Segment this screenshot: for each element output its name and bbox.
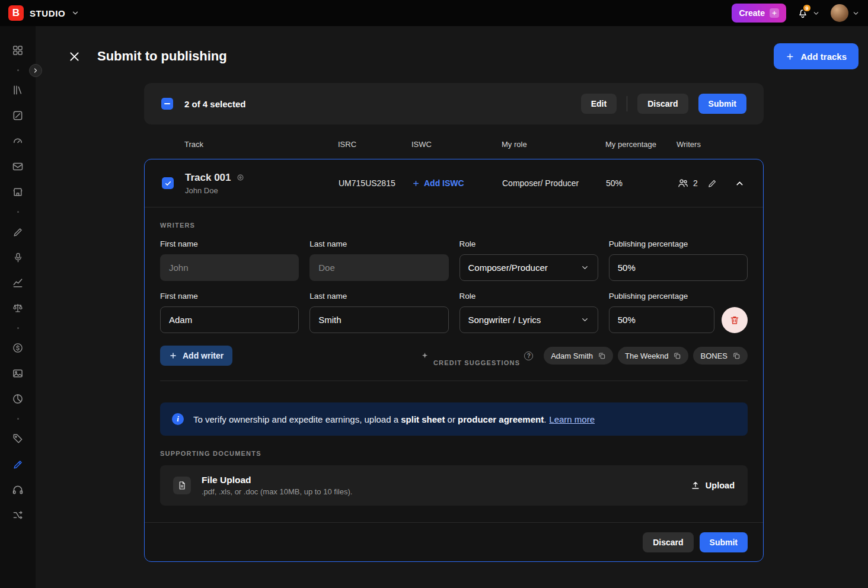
- footer-submit-button[interactable]: Submit: [700, 532, 748, 552]
- sidebar-item-releases[interactable]: [11, 432, 25, 445]
- writers-section-label: WRITERS: [160, 222, 748, 229]
- brand-logo-icon[interactable]: B: [8, 5, 24, 21]
- disc-icon: [236, 173, 245, 182]
- collapse-track-button[interactable]: [733, 177, 746, 190]
- edit-writers-button[interactable]: [706, 177, 719, 190]
- headphones-icon: [12, 484, 24, 496]
- sidebar-item-publishing[interactable]: [11, 458, 25, 471]
- info-banner: i To verify ownership and expedite earni…: [160, 402, 748, 436]
- info-icon: i: [172, 413, 184, 425]
- copy-icon: [598, 351, 606, 360]
- suggestion-chip[interactable]: BONES: [693, 347, 748, 365]
- profile-menu[interactable]: [831, 4, 860, 22]
- file-upload-subtitle: .pdf, .xls, or .doc (max 10MB, up to 10 …: [202, 487, 352, 496]
- writers-section: WRITERS First name Last name Role: [145, 222, 763, 506]
- sidebar-item-splitter[interactable]: [11, 509, 25, 522]
- track-artist: John Doe: [185, 186, 339, 195]
- bell-icon: 9: [797, 7, 809, 19]
- sidebar-item-insights[interactable]: [11, 392, 25, 405]
- add-iswc-button[interactable]: Add ISWC: [412, 178, 502, 188]
- track-role: Composer/ Producer: [502, 178, 606, 188]
- sidebar-item-library[interactable]: [11, 84, 25, 97]
- last-name-label: Last name: [309, 239, 448, 248]
- delete-writer-button[interactable]: [722, 307, 748, 333]
- sidebar-item-dashboard[interactable]: [11, 44, 25, 57]
- close-button[interactable]: [67, 49, 82, 64]
- trash-icon: [729, 315, 740, 325]
- suggestion-chip[interactable]: The Weeknd: [618, 347, 688, 365]
- sidebar-separator-dot: [17, 211, 19, 213]
- publishing-percentage-label: Publishing percentage: [609, 239, 748, 248]
- edit-icon: [12, 459, 24, 470]
- writer1-last-name-input[interactable]: [309, 254, 448, 281]
- learn-more-link[interactable]: Learn more: [549, 414, 595, 424]
- copy-icon: [673, 351, 681, 360]
- column-iswc: ISWC: [411, 140, 502, 149]
- page-title: Submit to publishing: [97, 49, 227, 64]
- track-isrc: UM715US2815: [339, 178, 412, 188]
- writer2-first-name-input[interactable]: [160, 306, 299, 333]
- supporting-documents-label: SUPPORTING DOCUMENTS: [160, 450, 748, 457]
- writer2-last-name-input[interactable]: [309, 306, 448, 333]
- plus-icon: [169, 351, 177, 360]
- brand-name: STUDIO: [30, 8, 65, 18]
- brand-chevron-down-icon[interactable]: [71, 9, 79, 17]
- sidebar-item-mastering[interactable]: [11, 483, 25, 496]
- sidebar: [0, 26, 36, 588]
- page-header: Submit to publishing Add tracks: [67, 41, 859, 71]
- main-content: Submit to publishing Add tracks 2 of 4 s…: [36, 26, 868, 588]
- close-icon: [68, 50, 81, 63]
- vertical-divider: [627, 96, 627, 111]
- select-all-checkbox[interactable]: [161, 98, 173, 110]
- topbar: B STUDIO Create 9: [0, 0, 868, 26]
- track-checkbox[interactable]: [162, 177, 174, 189]
- discard-selection-button[interactable]: Discard: [637, 94, 688, 114]
- edit-button[interactable]: Edit: [581, 94, 617, 114]
- chart-icon: [12, 277, 24, 289]
- sidebar-item-write[interactable]: [11, 225, 25, 238]
- column-isrc: ISRC: [338, 140, 411, 149]
- writer1-role-select[interactable]: Composer/Producer: [459, 254, 598, 281]
- sparkle-icon: [420, 351, 429, 360]
- submit-selection-button[interactable]: Submit: [698, 94, 746, 114]
- table-header: Track ISRC ISWC My role My percentage Wr…: [144, 124, 764, 159]
- plus-icon: [770, 8, 779, 18]
- pencil-icon: [707, 178, 717, 188]
- writer1-first-name-input[interactable]: [160, 254, 299, 281]
- sidebar-item-media[interactable]: [11, 367, 25, 380]
- add-tracks-button[interactable]: Add tracks: [774, 43, 859, 69]
- pencil-icon: [12, 226, 24, 238]
- publishing-percentage-label: Publishing percentage: [609, 292, 748, 301]
- help-icon[interactable]: ?: [524, 351, 533, 360]
- role-label: Role: [459, 239, 598, 248]
- sidebar-item-record[interactable]: [11, 251, 25, 264]
- notifications-button[interactable]: 9: [797, 7, 820, 19]
- sidebar-item-meter[interactable]: [11, 135, 25, 148]
- track-card: Track 001 John Doe UM715US2815 Add ISWC …: [144, 159, 764, 562]
- sidebar-item-store[interactable]: [11, 186, 25, 199]
- last-name-label: Last name: [309, 292, 448, 301]
- add-writer-button[interactable]: Add writer: [160, 346, 232, 366]
- column-my-percentage: My percentage: [605, 140, 676, 149]
- create-button[interactable]: Create: [732, 4, 786, 23]
- sidebar-item-earnings[interactable]: [11, 341, 25, 354]
- writer2-percentage-input[interactable]: [609, 306, 714, 333]
- writer2-role-select[interactable]: Songwriter / Lyrics: [459, 306, 598, 333]
- first-name-label: First name: [160, 239, 299, 248]
- sidebar-expand-button[interactable]: [29, 64, 42, 77]
- writer1-percentage-input[interactable]: [609, 254, 748, 281]
- footer-discard-button[interactable]: Discard: [643, 532, 693, 552]
- sidebar-item-inbox[interactable]: [11, 160, 25, 173]
- sidebar-item-sketch[interactable]: [11, 109, 25, 122]
- chevron-down-icon: [580, 315, 589, 324]
- column-my-role: My role: [502, 140, 605, 149]
- sidebar-item-rights[interactable]: [11, 302, 25, 315]
- selection-bar: 2 of 4 selected Edit Discard Submit: [144, 83, 764, 124]
- upload-button[interactable]: Upload: [691, 481, 735, 490]
- plus-icon: [412, 180, 420, 187]
- suggestion-chip[interactable]: Adam Smith: [544, 347, 613, 365]
- sidebar-separator-dot: [17, 327, 19, 329]
- pie-icon: [12, 393, 24, 405]
- sidebar-item-stats[interactable]: [11, 276, 25, 289]
- track-title: Track 001: [185, 172, 231, 184]
